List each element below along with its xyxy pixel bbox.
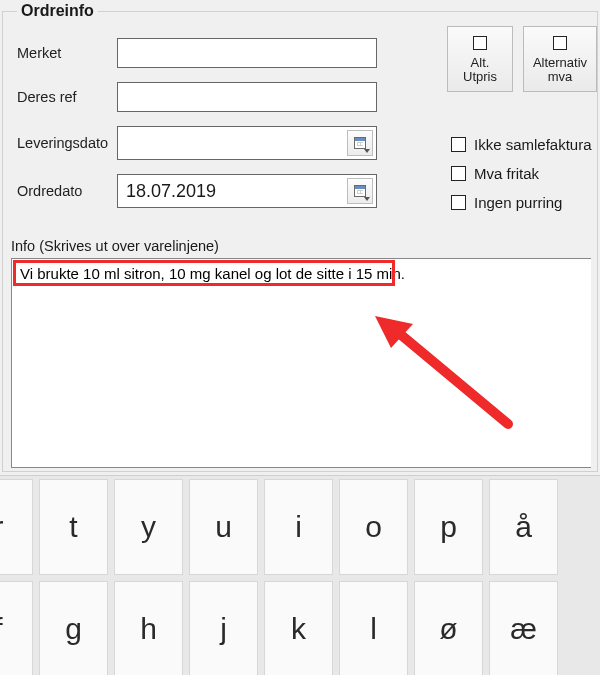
key-g[interactable]: g [39,581,108,675]
alternativ-mva-label-1: Alternativ [533,56,587,70]
label-merket: Merket [17,45,117,61]
ingen-purring-row[interactable]: Ingen purring [451,194,592,211]
alternativ-mva-button[interactable]: Alternativ mva [523,26,597,92]
label-info: Info (Skrives ut over varelinjene) [11,238,219,254]
mva-fritak-label: Mva fritak [474,165,539,182]
keyboard-row-2: f g h j k l ø æ [0,578,600,675]
leveringsdato-picker[interactable] [117,126,377,160]
chevron-down-icon [364,197,370,201]
leveringsdato-dropdown-button[interactable] [347,130,373,156]
ordredato-picker[interactable]: 18.07.2019 [117,174,377,208]
key-y[interactable]: y [114,479,183,575]
ordreinfo-group: Ordreinfo Merket Deres ref Leveringsdato… [2,2,598,472]
key-h[interactable]: h [114,581,183,675]
merket-input[interactable] [117,38,377,68]
ordreinfo-legend: Ordreinfo [17,2,98,20]
ordredato-dropdown-button[interactable] [347,178,373,204]
key-ae[interactable]: æ [489,581,558,675]
key-f[interactable]: f [0,581,33,675]
mva-fritak-row[interactable]: Mva fritak [451,165,592,182]
ordredato-value: 18.07.2019 [118,181,347,202]
keyboard-row-1: r t y u i o p å [0,476,600,578]
label-leveringsdato: Leveringsdato [17,135,117,151]
alt-utpris-button[interactable]: Alt. Utpris [447,26,513,92]
alternativ-mva-checkbox[interactable] [553,36,567,50]
label-ordredato: Ordredato [17,183,117,199]
key-j[interactable]: j [189,581,258,675]
key-oe[interactable]: ø [414,581,483,675]
calendar-icon [354,137,366,149]
info-textarea[interactable] [12,259,591,467]
key-l[interactable]: l [339,581,408,675]
ikke-samlefaktura-checkbox[interactable] [451,137,466,152]
calendar-icon [354,185,366,197]
key-u[interactable]: u [189,479,258,575]
ikke-samlefaktura-label: Ikke samlefaktura [474,136,592,153]
alt-utpris-label-1: Alt. [471,56,490,70]
key-aa[interactable]: å [489,479,558,575]
key-p[interactable]: p [414,479,483,575]
ingen-purring-label: Ingen purring [474,194,562,211]
ikke-samlefaktura-row[interactable]: Ikke samlefaktura [451,136,592,153]
chevron-down-icon [364,149,370,153]
panel: Ordreinfo Merket Deres ref Leveringsdato… [0,0,600,472]
key-o[interactable]: o [339,479,408,575]
mva-fritak-checkbox[interactable] [451,166,466,181]
alt-utpris-label-2: Utpris [463,70,497,84]
top-buttons: Alt. Utpris Alternativ mva [447,26,597,92]
on-screen-keyboard: r t y u i o p å f g h j k l ø æ [0,475,600,675]
label-deres-ref: Deres ref [17,89,117,105]
side-checks: Ikke samlefaktura Mva fritak Ingen purri… [451,136,592,211]
key-r[interactable]: r [0,479,33,575]
deres-ref-input[interactable] [117,82,377,112]
key-i[interactable]: i [264,479,333,575]
ingen-purring-checkbox[interactable] [451,195,466,210]
alt-utpris-checkbox[interactable] [473,36,487,50]
key-k[interactable]: k [264,581,333,675]
key-t[interactable]: t [39,479,108,575]
info-textarea-wrap [11,258,591,468]
alternativ-mva-label-2: mva [548,70,573,84]
